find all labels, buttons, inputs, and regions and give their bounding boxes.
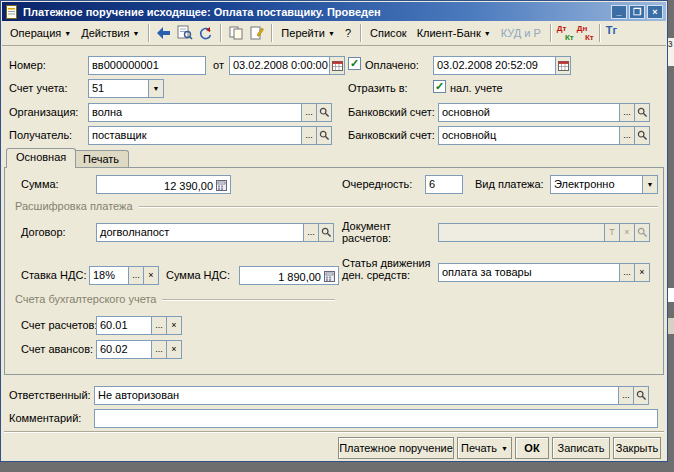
save-button[interactable]: Записать <box>552 437 610 459</box>
calendar-button[interactable] <box>555 56 571 75</box>
date-field[interactable]: 03.02.2008 0:00:00 <box>229 56 345 75</box>
dropdown-button[interactable]: ▼ <box>148 79 164 98</box>
ellipsis-button[interactable]: ... <box>618 386 634 405</box>
comment-label: Комментарий: <box>9 412 81 424</box>
toolbar-separator <box>271 24 272 42</box>
lookup-button[interactable] <box>316 126 332 145</box>
lookup-button[interactable] <box>634 126 650 145</box>
goto-menu[interactable]: Перейти ▼ <box>276 25 340 41</box>
list-button[interactable]: Список <box>365 25 412 41</box>
chevron-down-icon: ▼ <box>501 445 508 452</box>
magnifier-icon <box>636 390 647 401</box>
toolbar-separator <box>220 24 221 42</box>
magnifier-icon <box>637 107 648 118</box>
account-label: Счет учета: <box>9 82 67 94</box>
toolbar: Операция ▼ Действия ▼ <box>2 21 666 46</box>
kud-button[interactable]: КУД и Р <box>496 25 546 41</box>
calendar-icon <box>558 60 569 71</box>
responsible-field[interactable]: Не авторизован ... <box>94 386 649 405</box>
maximize-button[interactable]: ❒ <box>629 5 645 19</box>
organization-label: Организация: <box>9 106 78 118</box>
bank-account1-field[interactable]: основной ... <box>438 103 650 122</box>
structure-button[interactable]: Тг <box>604 23 624 43</box>
dn-kt-records-button[interactable]: Дн Кт <box>575 23 595 43</box>
toolbar-separator <box>148 24 149 42</box>
from-label: от <box>213 59 224 71</box>
ok-button[interactable]: ОК <box>515 437 549 459</box>
tax-accounting-checkbox[interactable]: ✓ <box>433 80 446 93</box>
ellipsis-button[interactable]: ... <box>619 103 635 122</box>
copy-icon <box>229 26 243 40</box>
operation-menu[interactable]: Операция ▼ <box>5 25 76 41</box>
chevron-down-icon: ▼ <box>153 85 160 92</box>
comment-field[interactable] <box>94 409 658 428</box>
find-in-list-button[interactable] <box>174 23 195 43</box>
payment-order-button[interactable]: Платежное поручение <box>338 437 454 459</box>
print-button[interactable]: Печать ▼ <box>457 437 512 459</box>
screen: Платежное поручение исходящее: Оплата по… <box>0 0 674 472</box>
close-button[interactable]: × <box>647 5 663 19</box>
toolbar-separator <box>360 24 361 42</box>
background-window-fragment: з <box>668 38 674 66</box>
bank-account2-field[interactable]: основнойц ... <box>438 126 650 145</box>
tab-print[interactable]: Печать <box>73 150 129 168</box>
actions-menu[interactable]: Действия ▼ <box>76 25 144 41</box>
refresh-icon <box>198 26 213 41</box>
dt-kt-postings-button[interactable]: Дт Кт <box>555 23 575 43</box>
chevron-down-icon: ▼ <box>484 30 491 37</box>
number-label: Номер: <box>9 59 46 71</box>
ellipsis-button[interactable]: ... <box>301 126 317 145</box>
magnifier-icon <box>319 130 330 141</box>
window-title: Платежное поручение исходящее: Оплата по… <box>23 6 381 18</box>
payee-label: Получатель: <box>9 129 72 141</box>
reread-button[interactable] <box>195 23 216 43</box>
chevron-down-icon: ▼ <box>328 30 335 37</box>
magnifier-icon <box>637 130 648 141</box>
bank-account2-label: Банковский счет: <box>348 129 435 141</box>
lookup-button[interactable] <box>633 386 649 405</box>
paid-checkbox[interactable]: ✓ <box>348 57 361 70</box>
toolbar-separator <box>599 24 600 42</box>
minimize-button[interactable]: _ <box>611 5 627 19</box>
pencil-page-icon <box>250 26 264 40</box>
calendar-button[interactable] <box>329 56 345 75</box>
ellipsis-button[interactable]: ... <box>619 126 635 145</box>
number-field[interactable]: вв000000001 <box>88 56 206 75</box>
new-copy-button[interactable] <box>225 23 246 43</box>
payee-field[interactable]: поставщик ... <box>88 126 332 145</box>
payment-order-window: Платежное поручение исходящее: Оплата по… <box>0 0 668 462</box>
edit-button[interactable] <box>246 23 267 43</box>
organization-field[interactable]: волна ... <box>88 103 332 122</box>
paid-date-field[interactable]: 03.02.2008 20:52:09 <box>433 56 571 75</box>
desktop-background: з <box>668 0 674 472</box>
client-bank-menu[interactable]: Клиент-Банк ▼ <box>412 25 496 41</box>
bank-account1-label: Банковский счет: <box>348 106 435 118</box>
account-combo[interactable]: 51 ▼ <box>88 79 164 98</box>
document-icon <box>5 5 19 19</box>
tab-main[interactable]: Основная <box>6 148 76 168</box>
button-bar-divider <box>4 431 664 433</box>
background-window-fragment <box>668 288 674 302</box>
responsible-label: Ответственный: <box>9 389 91 401</box>
toolbar-separator <box>550 24 551 42</box>
find-in-list-icon <box>177 25 193 41</box>
calendar-icon <box>332 60 343 71</box>
ellipsis-button[interactable]: ... <box>301 103 317 122</box>
magnifier-icon <box>319 107 330 118</box>
back-arrow-button[interactable] <box>153 23 174 43</box>
lookup-button[interactable] <box>634 103 650 122</box>
tax-accounting-label: нал. учете <box>450 82 503 94</box>
help-button[interactable]: ? <box>340 25 356 41</box>
main-tab-panel <box>4 167 664 375</box>
background-window-fragment <box>668 318 674 334</box>
left-arrow-icon <box>157 27 171 39</box>
lookup-button[interactable] <box>316 103 332 122</box>
window-titlebar[interactable]: Платежное поручение исходящее: Оплата по… <box>2 2 666 21</box>
chevron-down-icon: ▼ <box>132 30 139 37</box>
reflect-label: Отразить в: <box>348 82 408 94</box>
close-window-button[interactable]: Закрыть <box>613 437 661 459</box>
chevron-down-icon: ▼ <box>64 30 71 37</box>
paid-label: Оплачено: <box>365 59 419 71</box>
